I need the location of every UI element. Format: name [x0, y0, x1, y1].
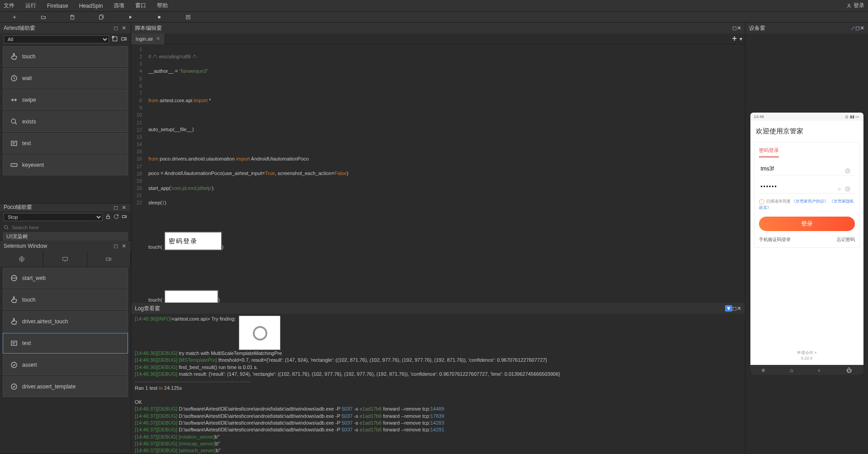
- screenshot-icon[interactable]: [112, 36, 118, 43]
- phone-agreement[interactable]: !已阅读并同意 《京管家用户协议》 《京管家隐私政策》: [759, 198, 855, 211]
- selenium-item-text[interactable]: text: [3, 333, 128, 354]
- template-image-password-login[interactable]: 密码登录: [164, 232, 222, 251]
- login-label: 登录: [854, 2, 864, 9]
- log-output[interactable]: [14:46:36][INFO]<airtest.core.api> Try f…: [131, 314, 745, 454]
- svg-rect-1: [158, 16, 161, 18]
- record-icon[interactable]: [122, 214, 127, 221]
- detach-icon[interactable]: ◻: [113, 243, 119, 249]
- airtest-item-exists[interactable]: exists: [3, 111, 128, 132]
- clear-icon[interactable]: ✕: [845, 186, 850, 192]
- close-icon[interactable]: ✕: [737, 305, 741, 312]
- selenium-record-button[interactable]: [87, 251, 131, 267]
- template-image-username-field[interactable]: [164, 290, 218, 303]
- poco-panel: Poco辅助窗 ◻ ✕ Stop UI渲染树: [0, 203, 131, 241]
- selenium-item-label: start_web: [22, 275, 46, 281]
- airtest-item-label: keyevent: [22, 162, 44, 168]
- selenium-item-driver-airtest_touch[interactable]: driver.airtest_touch: [3, 311, 128, 332]
- user-agreement-link[interactable]: 《京管家用户协议》: [792, 199, 828, 203]
- airtest-item-text[interactable]: text: [3, 133, 128, 154]
- menu-window[interactable]: 窗口: [135, 2, 146, 9]
- device-screen[interactable]: 14:46 ◎ ▮▮ ▭ 欢迎使用京管家 密码登录 ✕: [750, 113, 863, 375]
- code-area[interactable]: # -*- encoding=utf8 -*- __author__ = "fa…: [145, 44, 745, 303]
- login-button[interactable]: 登录: [846, 2, 864, 9]
- airtest-item-swipe[interactable]: swipe: [3, 90, 128, 110]
- clear-icon[interactable]: ✕: [845, 168, 850, 174]
- svg-rect-15: [106, 258, 109, 260]
- tab-login[interactable]: login.air ✕: [131, 33, 165, 44]
- detach-icon[interactable]: ◻: [855, 25, 860, 31]
- svg-rect-8: [11, 141, 17, 145]
- nav-home-icon[interactable]: ⌂: [790, 367, 795, 373]
- menu-headspin[interactable]: HeadSpin: [79, 3, 103, 9]
- phone-tab-password[interactable]: 密码登录: [759, 147, 779, 157]
- dropdown-icon[interactable]: ▾: [740, 36, 742, 42]
- refresh-icon[interactable]: [114, 214, 119, 221]
- phone-navbar: ≡ ⌂ ‹ ⏻: [750, 365, 863, 375]
- menu-help[interactable]: 帮助: [157, 2, 168, 9]
- stop-button[interactable]: [145, 12, 174, 23]
- close-icon[interactable]: ✕: [121, 25, 127, 31]
- nav-menu-icon[interactable]: ≡: [762, 367, 767, 373]
- menu-firebase[interactable]: Firebase: [47, 3, 68, 9]
- airtest-item-label: text: [22, 140, 31, 147]
- detach-icon[interactable]: ◻: [113, 25, 119, 31]
- airtest-item-keyevent[interactable]: keyevent: [3, 155, 128, 175]
- airtest-item-wait[interactable]: wait: [3, 68, 128, 89]
- open-file-button[interactable]: [29, 12, 58, 23]
- poco-tree-root[interactable]: UI渲染树: [3, 232, 128, 241]
- new-file-button[interactable]: [0, 12, 29, 23]
- svg-rect-17: [11, 341, 17, 345]
- filter-icon[interactable]: ▼: [725, 305, 732, 312]
- selenium-item-driver-assert_template[interactable]: driver.assert_template: [3, 376, 128, 397]
- phone-login-button[interactable]: 登录: [759, 217, 855, 231]
- report-button[interactable]: [174, 12, 203, 23]
- detach-icon[interactable]: ◻: [732, 305, 737, 312]
- save-all-button[interactable]: [87, 12, 116, 23]
- selenium-globe-button[interactable]: [0, 251, 43, 267]
- close-icon[interactable]: ✕: [121, 243, 127, 249]
- tab-label: login.air: [136, 36, 153, 42]
- nav-back-icon[interactable]: ‹: [818, 367, 824, 373]
- selenium-device-button[interactable]: [43, 251, 87, 267]
- editor-tabs: login.air ✕ + ▾: [131, 33, 745, 44]
- airtest-filter-select[interactable]: All: [4, 35, 109, 43]
- airtest-item-label: exists: [22, 118, 36, 125]
- lock-icon[interactable]: [105, 214, 111, 221]
- save-button[interactable]: [58, 12, 87, 23]
- expand-icon[interactable]: ⤢: [851, 25, 855, 31]
- nav-power-icon[interactable]: ⏻: [846, 367, 852, 373]
- phone-username-input[interactable]: [759, 162, 855, 175]
- record-icon[interactable]: [121, 36, 127, 43]
- code-editor[interactable]: 12345678910111213141516171819202122 # -*…: [131, 44, 745, 303]
- poco-search-input[interactable]: [12, 225, 127, 230]
- detach-icon[interactable]: ◻: [113, 204, 119, 211]
- selenium-item-start_web[interactable]: start_web: [3, 268, 128, 288]
- svg-point-12: [5, 226, 8, 229]
- main-toolbar: [0, 12, 868, 23]
- log-template-image: [239, 316, 280, 350]
- sms-login-link[interactable]: 手机验证码登录: [759, 236, 791, 243]
- selenium-panel: Selenium Window ◻ ✕ start_webtouchdriver…: [0, 241, 131, 454]
- svg-point-21: [254, 327, 266, 340]
- run-button[interactable]: [116, 12, 145, 23]
- close-icon[interactable]: ✕: [860, 25, 864, 31]
- menu-run[interactable]: 运行: [25, 2, 36, 9]
- selenium-item-touch[interactable]: touch: [3, 289, 128, 310]
- close-icon[interactable]: ✕: [121, 204, 127, 211]
- svg-point-19: [11, 384, 17, 389]
- forgot-password-link[interactable]: 忘记密码: [837, 236, 855, 243]
- apply-link[interactable]: 申请合作 >: [754, 350, 860, 356]
- detach-icon[interactable]: ◻: [732, 25, 737, 31]
- menu-options[interactable]: 选项: [114, 2, 124, 9]
- add-tab-button[interactable]: +: [732, 34, 737, 43]
- selenium-item-assert[interactable]: assert: [3, 355, 128, 375]
- close-icon[interactable]: ✕: [737, 25, 741, 31]
- selenium-item-label: text: [22, 340, 31, 346]
- close-icon[interactable]: ✕: [156, 36, 160, 42]
- svg-rect-9: [11, 164, 17, 167]
- status-icons: ◎ ▮▮ ▭: [845, 114, 859, 119]
- eye-icon[interactable]: ◎: [837, 186, 842, 192]
- airtest-item-touch[interactable]: touch: [3, 46, 128, 67]
- poco-mode-select[interactable]: Stop: [4, 213, 103, 221]
- menu-file[interactable]: 文件: [4, 2, 14, 9]
